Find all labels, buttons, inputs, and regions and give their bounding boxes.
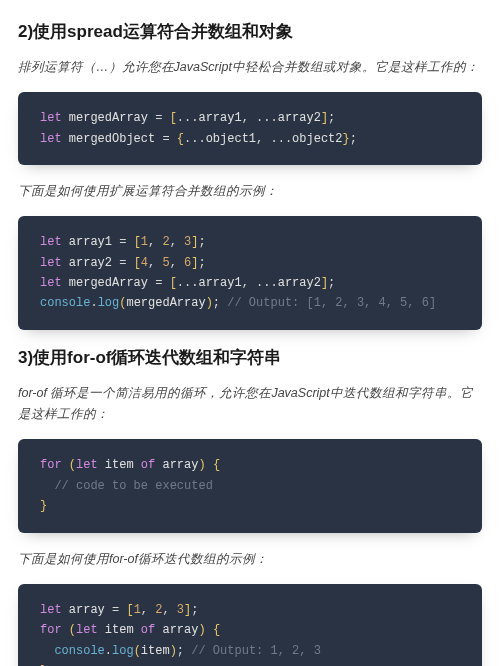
code-block: let array1 = [1, 2, 3]; let array2 = [4,… bbox=[18, 216, 482, 330]
section-heading: 2)使用spread运算符合并数组和对象 bbox=[18, 20, 482, 43]
token-op: = bbox=[155, 276, 162, 290]
token-punc: ; bbox=[328, 276, 335, 290]
section-mid: 下面是如何使用for-of循环迭代数组的示例： bbox=[18, 549, 482, 570]
token-num: 5 bbox=[162, 256, 169, 270]
token-kw: let bbox=[40, 111, 62, 125]
token-punc: ; bbox=[350, 132, 357, 146]
token-brkt: ) bbox=[198, 458, 205, 472]
token-op: = bbox=[119, 235, 126, 249]
token-spread: ... bbox=[270, 132, 292, 146]
token-punc: . bbox=[105, 644, 112, 658]
token-punc: , bbox=[242, 276, 249, 290]
token-num: 1 bbox=[134, 603, 141, 617]
token-brkt: { bbox=[213, 458, 220, 472]
token-punc: , bbox=[170, 235, 177, 249]
token-spread: ... bbox=[177, 276, 199, 290]
token-var: array1 bbox=[69, 235, 112, 249]
token-brkt: [ bbox=[134, 235, 141, 249]
token-fn: log bbox=[112, 644, 134, 658]
token-punc: ; bbox=[198, 235, 205, 249]
code-block: let mergedArray = [...array1, ...array2]… bbox=[18, 92, 482, 165]
token-spread: ... bbox=[256, 276, 278, 290]
token-brkt: ) bbox=[198, 623, 205, 637]
token-punc: , bbox=[148, 235, 155, 249]
token-brkt: ( bbox=[69, 458, 76, 472]
section-intro: for-of 循环是一个简洁易用的循环，允许您在JavaScript中迭代数组和… bbox=[18, 383, 482, 426]
token-kw: let bbox=[40, 603, 62, 617]
token-var: object2 bbox=[292, 132, 342, 146]
token-var: mergedArray bbox=[69, 111, 148, 125]
section-mid: 下面是如何使用扩展运算符合并数组的示例： bbox=[18, 181, 482, 202]
token-var: object1 bbox=[206, 132, 256, 146]
token-brkt: [ bbox=[170, 276, 177, 290]
token-op: = bbox=[112, 603, 119, 617]
token-brkt: [ bbox=[126, 603, 133, 617]
token-spread: ... bbox=[256, 111, 278, 125]
section-intro: 排列运算符（…）允许您在JavaScript中轻松合并数组或对象。它是这样工作的… bbox=[18, 57, 482, 78]
token-brkt: [ bbox=[134, 256, 141, 270]
token-kw: let bbox=[76, 458, 98, 472]
token-var: array1 bbox=[198, 111, 241, 125]
token-punc: ; bbox=[213, 296, 220, 310]
token-var: mergedArray bbox=[69, 276, 148, 290]
token-var: item bbox=[105, 623, 134, 637]
token-op: = bbox=[119, 256, 126, 270]
token-brkt: { bbox=[213, 623, 220, 637]
token-num: 2 bbox=[162, 235, 169, 249]
token-var: array2 bbox=[69, 256, 112, 270]
token-punc: , bbox=[256, 132, 263, 146]
token-punc: . bbox=[90, 296, 97, 310]
token-cmt: // code to be executed bbox=[54, 479, 212, 493]
code-block: let array = [1, 2, 3]; for (let item of … bbox=[18, 584, 482, 666]
token-op: = bbox=[162, 132, 169, 146]
token-punc: , bbox=[141, 603, 148, 617]
token-brkt: ( bbox=[134, 644, 141, 658]
token-punc: , bbox=[242, 111, 249, 125]
token-var: array1 bbox=[198, 276, 241, 290]
token-var: array2 bbox=[278, 276, 321, 290]
token-var: array bbox=[69, 603, 105, 617]
token-punc: , bbox=[162, 603, 169, 617]
token-kw: for bbox=[40, 458, 62, 472]
token-var: item bbox=[105, 458, 134, 472]
token-punc: , bbox=[170, 256, 177, 270]
token-kw: let bbox=[40, 132, 62, 146]
token-punc: ; bbox=[198, 256, 205, 270]
token-punc: ; bbox=[328, 111, 335, 125]
token-cmt: // Output: [1, 2, 3, 4, 5, 6] bbox=[227, 296, 436, 310]
token-brkt: } bbox=[40, 499, 47, 513]
token-var: array bbox=[162, 623, 198, 637]
token-cmt: // Output: 1, 2, 3 bbox=[191, 644, 321, 658]
token-kw: let bbox=[40, 235, 62, 249]
token-brkt: ) bbox=[170, 644, 177, 658]
token-brkt: [ bbox=[170, 111, 177, 125]
token-fn: log bbox=[98, 296, 120, 310]
token-num: 4 bbox=[141, 256, 148, 270]
token-op: = bbox=[155, 111, 162, 125]
token-kw: let bbox=[40, 256, 62, 270]
token-brkt: ( bbox=[69, 623, 76, 637]
token-var: item bbox=[141, 644, 170, 658]
token-brkt: } bbox=[343, 132, 350, 146]
token-kw: of bbox=[141, 623, 155, 637]
token-kw: of bbox=[141, 458, 155, 472]
token-var: mergedArray bbox=[126, 296, 205, 310]
token-fn: console bbox=[40, 296, 90, 310]
token-punc: ; bbox=[191, 603, 198, 617]
code-block: for (let item of array) { // code to be … bbox=[18, 439, 482, 532]
token-brkt: { bbox=[177, 132, 184, 146]
token-kw: for bbox=[40, 623, 62, 637]
section-heading: 3)使用for-of循环迭代数组和字符串 bbox=[18, 346, 482, 369]
token-kw: let bbox=[76, 623, 98, 637]
token-spread: ... bbox=[184, 132, 206, 146]
token-num: 1 bbox=[141, 235, 148, 249]
token-var: array2 bbox=[278, 111, 321, 125]
token-punc: ; bbox=[177, 644, 184, 658]
token-fn: console bbox=[54, 644, 104, 658]
token-brkt: ) bbox=[206, 296, 213, 310]
token-var: array bbox=[162, 458, 198, 472]
token-kw: let bbox=[40, 276, 62, 290]
token-spread: ... bbox=[177, 111, 199, 125]
token-num: 3 bbox=[177, 603, 184, 617]
token-punc: , bbox=[148, 256, 155, 270]
